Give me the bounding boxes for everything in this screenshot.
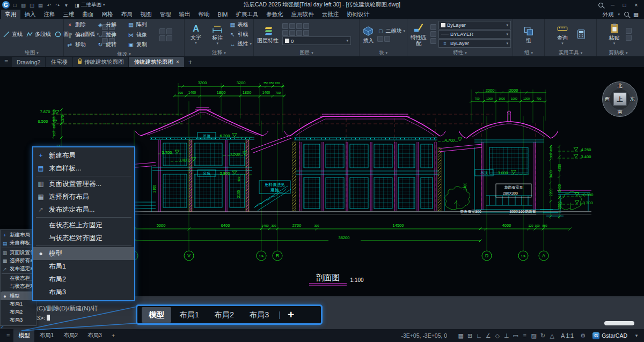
- doc-tab-2[interactable]: 住宅楼: [46, 57, 72, 67]
- callout-tab-布局3[interactable]: 布局3: [242, 307, 276, 323]
- annotation-scale-control[interactable]: A 1:1: [561, 332, 574, 339]
- match-properties-button[interactable]: 特性匹配: [409, 22, 428, 46]
- annotation-visibility-icon[interactable]: △: [547, 332, 557, 339]
- callout-tab-布局2[interactable]: 布局2: [207, 307, 241, 323]
- tool-icon[interactable]: [626, 35, 632, 41]
- table-button[interactable]: ▦ 表格: [229, 20, 252, 29]
- compass-up-button[interactable]: 上: [613, 93, 627, 106]
- calculator-button[interactable]: [574, 28, 588, 40]
- doc-tab-1[interactable]: Drawing2: [12, 57, 45, 67]
- compass-east-label[interactable]: 东: [630, 96, 635, 103]
- settings-gear-icon[interactable]: ⚙: [578, 332, 588, 339]
- compass-north-label[interactable]: 北: [618, 83, 623, 90]
- modify-阵列-button[interactable]: ▦阵列: [127, 20, 157, 30]
- menu-item-选择所有布局[interactable]: ▦选择所有布局: [33, 190, 134, 203]
- ribbon-tab-输出[interactable]: 输出: [175, 10, 194, 19]
- ribbon-search-icon[interactable]: [624, 12, 629, 17]
- menu-item-布局2[interactable]: 布局2: [1, 308, 36, 316]
- ribbon-tab-曲面[interactable]: 曲面: [78, 10, 98, 19]
- menu-item-页面设置管理器...[interactable]: ▥页面设置管理器...: [33, 177, 134, 190]
- maximize-button[interactable]: □: [619, 1, 630, 9]
- menu-item-模型[interactable]: ●模型: [1, 292, 36, 300]
- new-layout-button[interactable]: +: [107, 332, 119, 339]
- ribbon-tab-参数化[interactable]: 参数化: [262, 10, 288, 19]
- doc-tab-3[interactable]: 传统建筑轮廓图: [73, 57, 129, 67]
- view-compass[interactable]: 北 西 东 南 上: [602, 81, 638, 117]
- modify-复制-button[interactable]: ▣复制: [127, 40, 157, 50]
- tool-icon[interactable]: [377, 36, 383, 42]
- tool-icon[interactable]: [303, 30, 309, 36]
- modify-旋转-button[interactable]: ↻旋转: [96, 40, 127, 50]
- grid-icon[interactable]: ▦: [456, 332, 465, 339]
- tool-icon[interactable]: [159, 35, 165, 41]
- ribbon-tab-云批注[interactable]: 云批注: [318, 10, 343, 19]
- tool-icon[interactable]: [289, 30, 295, 36]
- text-button[interactable]: A 文字 ▾: [186, 24, 206, 45]
- menu-item-布局1[interactable]: 布局1: [1, 300, 36, 308]
- status-menu-icon[interactable]: ≡: [3, 332, 13, 339]
- menu-item-布局2[interactable]: 布局2: [33, 273, 134, 286]
- object-snap-icon[interactable]: ◇: [493, 332, 502, 339]
- ribbon-tab-常用[interactable]: 常用: [1, 10, 20, 19]
- tool-icon[interactable]: [303, 23, 309, 29]
- snap-icon[interactable]: ⊞: [465, 332, 474, 339]
- modify-分解-button[interactable]: ◈分解: [96, 20, 127, 30]
- menu-item-新建布局[interactable]: +新建布局: [1, 231, 36, 239]
- menu-item-页面设置管理器...[interactable]: ▥页面设置管理器...: [1, 249, 36, 257]
- tool-icon[interactable]: [384, 36, 390, 42]
- tool-icon[interactable]: [289, 23, 295, 29]
- new-layout-plus-button[interactable]: +: [288, 308, 294, 321]
- close-tab-icon[interactable]: ×: [176, 59, 179, 65]
- menu-item-布局1[interactable]: 布局1: [33, 260, 134, 273]
- menu-item-与状态栏对齐固定[interactable]: 与状态栏对齐固定: [1, 282, 36, 291]
- ribbon-tab-扩展工具[interactable]: 扩展工具: [232, 10, 262, 19]
- group-button[interactable]: 组: [519, 25, 538, 43]
- menu-item-布局3[interactable]: 布局3: [33, 286, 134, 299]
- modify-移动-button[interactable]: ⇄移动: [65, 40, 96, 50]
- tool-icon[interactable]: [282, 23, 288, 29]
- lineweight-control[interactable]: ≡ ByLayer ▾: [438, 39, 511, 48]
- menu-item-新建布局[interactable]: +新建布局: [33, 149, 134, 162]
- command-input-line[interactable]: 3>:: [36, 313, 98, 323]
- tool-icon[interactable]: [166, 35, 172, 41]
- polyline-button[interactable]: 多段线: [25, 27, 52, 41]
- modify-删除-button[interactable]: ×删除: [65, 20, 96, 30]
- menu-item-模型[interactable]: ●模型: [33, 247, 134, 260]
- insert-block-button[interactable]: 插入: [361, 25, 375, 43]
- ribbon-tab-注释[interactable]: 注释: [40, 10, 59, 19]
- minimize-button[interactable]: ─: [607, 1, 618, 9]
- panel-label-draw[interactable]: 绘图▾: [0, 49, 63, 56]
- menu-item-与状态栏对齐固定[interactable]: 与状态栏对齐固定: [33, 232, 134, 244]
- dynamic-input-icon[interactable]: ▭: [511, 332, 520, 339]
- modify-拉伸-button[interactable]: ↔拉伸: [96, 30, 127, 40]
- status-tab-模型[interactable]: 模型: [13, 329, 34, 342]
- ribbon-tab-布局[interactable]: 布局: [117, 10, 136, 19]
- modify-偏移-button[interactable]: ∥偏移: [65, 30, 96, 40]
- leader-button[interactable]: ↖ 引线: [229, 29, 252, 39]
- compass-south-label[interactable]: 南: [618, 109, 623, 116]
- print-icon[interactable]: ▤: [36, 2, 45, 8]
- appearance-dropdown[interactable]: 外观: [603, 11, 614, 18]
- command-scrollbar-thumb[interactable]: [604, 321, 634, 325]
- panel-label-block[interactable]: 块▾: [360, 49, 407, 56]
- panel-label-layer[interactable]: 图层▾: [254, 49, 359, 56]
- block-2d-button[interactable]: □ 二维块 ▾: [377, 26, 405, 35]
- menu-item-布局3[interactable]: 布局3: [1, 316, 36, 324]
- ribbon-tab-协同设计[interactable]: 协同设计: [343, 10, 374, 19]
- document-menu-icon[interactable]: ≡: [1, 58, 11, 65]
- tool-icon[interactable]: [296, 23, 302, 29]
- panel-label-clipboard[interactable]: 剪贴板▾: [597, 49, 640, 56]
- ribbon-tab-帮助[interactable]: 帮助: [194, 10, 214, 19]
- tool-icon[interactable]: [430, 38, 436, 44]
- ortho-icon[interactable]: ∟: [474, 332, 484, 339]
- tool-icon[interactable]: [296, 30, 302, 36]
- ribbon-tab-三维[interactable]: 三维: [59, 10, 78, 19]
- ribbon-tab-应用软件[interactable]: 应用软件: [287, 10, 318, 19]
- status-tab-布局1[interactable]: 布局1: [34, 329, 58, 342]
- tool-icon[interactable]: [282, 30, 288, 36]
- callout-tab-模型[interactable]: 模型: [142, 307, 171, 323]
- panel-label-annotate[interactable]: 注释▾: [185, 49, 253, 56]
- lineweight-icon[interactable]: ≡: [520, 332, 529, 339]
- status-tab-布局2[interactable]: 布局2: [58, 329, 83, 342]
- panel-label-utilities[interactable]: 实用工具▾: [545, 49, 596, 56]
